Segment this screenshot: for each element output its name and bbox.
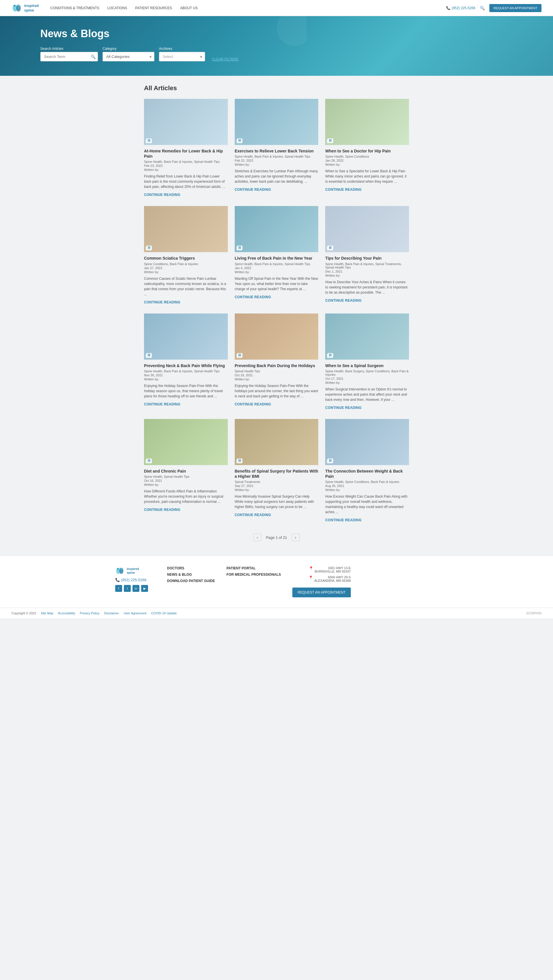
- article-card: IS The Connection Between Weight & Back …: [325, 419, 409, 525]
- article-title: At-Home Remedies for Lower Back & Hip Pa…: [144, 148, 228, 159]
- continue-reading-link[interactable]: CONTINUE READING: [144, 508, 180, 512]
- article-card: IS Living Free of Back Pain in the New Y…: [235, 206, 319, 306]
- article-date: Jan 27, 2022: [144, 266, 228, 270]
- facebook-icon[interactable]: f: [115, 585, 122, 592]
- article-title: Common Sciatica Triggers: [144, 256, 228, 261]
- pin-icon-1: 📍: [309, 566, 313, 571]
- continue-reading-link[interactable]: CONTINUE READING: [235, 513, 271, 517]
- article-body: Living Free of Back Pain in the New Year…: [235, 252, 319, 301]
- continue-reading-link[interactable]: CONTINUE READING: [144, 193, 180, 197]
- prev-page-button[interactable]: ‹: [253, 534, 261, 541]
- nav-links: CONDITIONS & TREATMENTS LOCATIONS PATIEN…: [51, 6, 447, 10]
- page-title: News & Blogs: [40, 28, 553, 40]
- category-select[interactable]: All Categories: [103, 52, 154, 61]
- article-logo-watermark: IS: [327, 247, 333, 250]
- article-categories: Spinal Treatments: [235, 480, 319, 484]
- next-page-button[interactable]: ›: [292, 534, 300, 541]
- footer-privacy-link[interactable]: Privacy Policy: [80, 611, 99, 615]
- article-image: IS: [144, 206, 228, 252]
- linkedin-icon[interactable]: in: [132, 585, 140, 592]
- article-categories: Spine Conditions, Back Pain & Injuries: [144, 262, 228, 266]
- footer-sitemap-link[interactable]: Site Map: [41, 611, 53, 615]
- footer-phone: 📞 (952) 225-5266: [115, 578, 156, 582]
- article-logo-watermark: IS: [146, 139, 152, 143]
- continue-reading-link[interactable]: CONTINUE READING: [325, 518, 361, 522]
- youtube-icon[interactable]: ▶: [141, 585, 148, 592]
- article-excerpt: How Minimally Invasive Spinal Surgery Ca…: [235, 494, 319, 509]
- article-body: Exercises to Relieve Lower Back Tension …: [235, 145, 319, 194]
- article-title: The Connection Between Weight & Back Pai…: [325, 469, 409, 479]
- article-categories: Spine Health, Back Pain & Injuries, Spin…: [144, 369, 228, 373]
- article-excerpt: Stretches & Exercises for Lumbar Pain Al…: [235, 169, 319, 184]
- article-body: When to See a Doctor for Hip Pain Spine …: [325, 145, 409, 194]
- nav-about[interactable]: ABOUT US: [180, 6, 198, 10]
- article-excerpt: Finding Relief from Lower Back & Hip Pai…: [144, 174, 228, 189]
- continue-reading-link[interactable]: CONTINUE READING: [325, 406, 361, 410]
- article-date: Oct 17, 2021: [325, 377, 409, 380]
- article-body: Common Sciatica Triggers Spine Condition…: [144, 252, 228, 306]
- article-excerpt: Enjoying the Holiday Season Pain-Free Wi…: [235, 383, 319, 399]
- archives-label: Archives: [159, 47, 205, 51]
- footer-disclaimer-link[interactable]: Disclaimer: [104, 611, 119, 615]
- continue-reading-link[interactable]: CONTINUE READING: [325, 188, 361, 192]
- continue-reading-link[interactable]: CONTINUE READING: [144, 300, 180, 304]
- article-card: IS Exercises to Relieve Lower Back Tensi…: [235, 99, 319, 199]
- footer-appointment-button[interactable]: REQUEST AN APPOINTMENT: [292, 587, 351, 597]
- footer-professionals-link[interactable]: FOR MEDICAL PROFESSIONALS: [226, 573, 281, 577]
- continue-reading-link[interactable]: CONTINUE READING: [325, 299, 361, 302]
- article-excerpt: How Different Foods Affect Pain & Inflam…: [144, 489, 228, 504]
- search-filters: Search Articles 🔍 Category All Categorie…: [40, 47, 553, 61]
- navigation: inspired spine CONDITIONS & TREATMENTS L…: [0, 0, 553, 16]
- appointment-button[interactable]: REQUEST AN APPOINTMENT: [489, 4, 542, 12]
- continue-reading-link[interactable]: CONTINUE READING: [235, 188, 271, 192]
- footer-main: inspired spine 📞 (952) 225-5266 f t in ▶…: [104, 556, 449, 608]
- article-author: Written by:: [144, 270, 228, 274]
- continue-reading-link[interactable]: CONTINUE READING: [235, 295, 271, 299]
- footer-accessibility-link[interactable]: Accessibility: [58, 611, 75, 615]
- article-date: Oct 18, 2021: [235, 374, 319, 377]
- article-body: Preventing Back Pain During the Holidays…: [235, 360, 319, 409]
- twitter-icon[interactable]: t: [124, 585, 131, 592]
- article-body: Preventing Neck & Back Pain While Flying…: [144, 360, 228, 409]
- article-author: Written by:: [144, 168, 228, 172]
- footer-bottom: Copyright © 2022 Site Map Accessibility …: [0, 608, 553, 618]
- logo-text: inspired spine: [24, 3, 39, 13]
- footer-portal-link[interactable]: PATIENT PORTAL: [226, 566, 281, 570]
- footer-doctors-link[interactable]: DOCTORS: [167, 566, 215, 570]
- article-excerpt: Enjoying the Holiday Season Pain-Free Wi…: [144, 383, 228, 399]
- footer-logo-col: inspired spine 📞 (952) 225-5266 f t in ▶: [115, 566, 156, 592]
- footer-covid-link[interactable]: COVID-19 Update: [151, 611, 176, 615]
- search-input[interactable]: [40, 52, 98, 61]
- article-excerpt: How to Describe Your Aches & Pains When …: [325, 280, 409, 295]
- article-date: Dec 1, 2021: [325, 270, 409, 273]
- nav-conditions[interactable]: CONDITIONS & TREATMENTS: [51, 6, 99, 10]
- continue-reading-link[interactable]: CONTINUE READING: [235, 402, 271, 406]
- article-logo-watermark: IS: [146, 247, 152, 250]
- footer-patient-guide-link[interactable]: DOWNLOAD PATIENT GUIDE: [167, 579, 215, 583]
- article-image: IS: [235, 419, 319, 465]
- article-logo-watermark: IS: [327, 354, 333, 358]
- article-card: IS Diet and Chronic Pain Spine Health, S…: [144, 419, 228, 525]
- clear-filters-link[interactable]: CLEAR FILTERS: [212, 57, 238, 61]
- archives-select[interactable]: Select: [159, 52, 205, 61]
- article-date: Nov 30, 2021: [144, 374, 228, 377]
- logo[interactable]: inspired spine: [11, 3, 39, 13]
- article-card: IS Preventing Neck & Back Pain While Fly…: [144, 313, 228, 412]
- footer-news-link[interactable]: NEWS & BLOG: [167, 573, 215, 577]
- nav-locations[interactable]: LOCATIONS: [107, 6, 127, 10]
- nav-patient-resources[interactable]: PATIENT RESOURCES: [135, 6, 172, 10]
- search-input-icon: 🔍: [91, 54, 95, 59]
- search-label: Search Articles: [40, 47, 98, 51]
- article-excerpt: Common Causes of Sciatic Nerve Pain Lumb…: [144, 276, 228, 297]
- footer-user-agreement-link[interactable]: User Agreement: [124, 611, 146, 615]
- article-title: Tips for Describing Your Pain: [325, 256, 409, 261]
- search-icon[interactable]: 🔍: [480, 6, 485, 10]
- article-date: Sep 27, 2021: [235, 484, 319, 488]
- footer-logo[interactable]: inspired spine: [115, 566, 156, 576]
- article-author: Written by:: [144, 377, 228, 381]
- archives-select-wrap: Select: [159, 52, 205, 61]
- continue-reading-link[interactable]: CONTINUE READING: [144, 402, 180, 406]
- article-author: Written by:: [144, 483, 228, 487]
- article-card: IS Preventing Back Pain During the Holid…: [235, 313, 319, 412]
- footer: inspired spine 📞 (952) 225-5266 f t in ▶…: [0, 555, 553, 618]
